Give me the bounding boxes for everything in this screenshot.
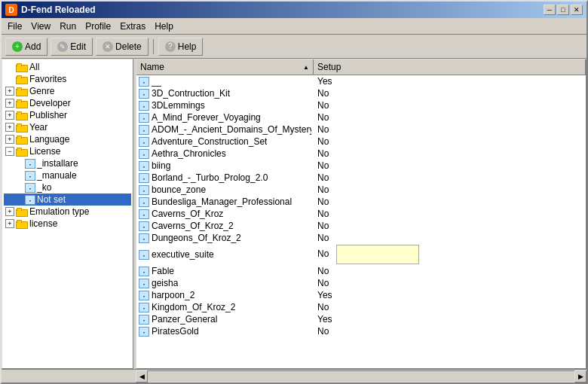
list-row[interactable]: ▪Dungeons_Of_Kroz_2No — [136, 232, 586, 244]
delete-label: Delete — [115, 41, 142, 52]
close-button[interactable]: ✕ — [571, 5, 583, 15]
tree-item-favorites[interactable]: Favorites — [4, 73, 131, 85]
row-name-text: executive_suite — [152, 249, 214, 260]
list-row-name: ▪Fable — [136, 266, 314, 276]
list-row-name: ▪__ — [136, 76, 314, 87]
list-panel: Name ▲ Setup ▪__Yes▪3D_Contruction_KitNo… — [136, 59, 586, 369]
title-bar: D D-Fend Reloaded ─ □ ✕ — [2, 2, 586, 18]
delete-button[interactable]: ✕ Delete — [96, 38, 149, 56]
list-row[interactable]: ▪geishaNo — [136, 277, 586, 289]
list-row[interactable]: ▪harpoon_2Yes — [136, 289, 586, 301]
expander-emulationtype[interactable]: + — [5, 207, 14, 216]
list-row[interactable]: ▪__Yes — [136, 75, 586, 87]
list-row[interactable]: ▪bounce_zoneNo — [136, 184, 586, 196]
expander-license2[interactable]: + — [5, 219, 14, 228]
expander-year[interactable]: + — [5, 123, 14, 132]
menu-extras[interactable]: Extras — [115, 20, 150, 33]
list-row[interactable]: ▪Bundesliga_Manager_ProfessionalNo — [136, 196, 586, 208]
list-row-setup: No — [314, 266, 586, 276]
app-icon: D — [5, 4, 17, 16]
expander-genre[interactable]: + — [5, 87, 14, 96]
file-icon: ▪ — [139, 209, 149, 219]
list-row-setup: No — [314, 197, 586, 207]
col-header-name[interactable]: Name ▲ — [136, 59, 314, 75]
list-row[interactable]: ▪Aethra_ChroniclesNo — [136, 148, 586, 160]
tree-item-publisher[interactable]: + Publisher — [4, 109, 131, 121]
row-name-text: PiratesGold — [152, 326, 199, 337]
row-name-text: bounce_zone — [152, 184, 206, 195]
tree-item-all[interactable]: All — [4, 61, 131, 73]
tree-item-developer[interactable]: + Developer — [4, 97, 131, 109]
list-row[interactable]: ▪3D_Contruction_KitNo — [136, 87, 586, 99]
list-row[interactable]: ▪A_Mind_Forever_VoyagingNo — [136, 111, 586, 123]
list-row-name: ▪Caverns_Of_Kroz — [136, 209, 314, 219]
list-row[interactable]: ▪Caverns_Of_Kroz_2No — [136, 220, 586, 232]
minimize-button[interactable]: ─ — [544, 5, 556, 15]
row-name-text: 3D_Contruction_Kit — [152, 88, 230, 99]
file-icon: ▪ — [139, 250, 149, 260]
edit-label: Edit — [70, 41, 86, 52]
row-name-text: biing — [152, 160, 170, 171]
list-row-name: ▪bounce_zone — [136, 184, 314, 195]
expander-developer[interactable]: + — [5, 99, 14, 108]
list-row[interactable]: ▪biingNo — [136, 160, 586, 172]
list-row-setup: No — [314, 302, 586, 312]
menu-file[interactable]: File — [3, 20, 26, 33]
file-icon: ▪ — [139, 197, 149, 207]
list-row-name: ▪Caverns_Of_Kroz_2 — [136, 221, 314, 231]
list-row[interactable]: ▪Caverns_Of_KrozNo — [136, 208, 586, 220]
help-button[interactable]: ? Help — [158, 38, 204, 56]
maximize-button[interactable]: □ — [557, 5, 569, 15]
edit-button[interactable]: ✎ Edit — [51, 38, 93, 56]
row-name-text: Aethra_Chronicles — [152, 148, 226, 159]
list-row[interactable]: ▪Kingdom_Of_Kroz_2No — [136, 301, 586, 313]
menu-run[interactable]: Run — [55, 20, 81, 33]
expander-language[interactable]: + — [5, 135, 14, 144]
tree-item-year[interactable]: + Year — [4, 121, 131, 133]
tree-label-language: Language — [29, 134, 69, 145]
list-row[interactable]: ▪Borland_-_Turbo_Prolog_2.0No — [136, 172, 586, 184]
list-row-name: ▪geisha — [136, 278, 314, 288]
tree-item-installare[interactable]: ▪ _installare — [4, 157, 131, 169]
list-row[interactable]: ▪PiratesGoldNo — [136, 325, 586, 337]
row-name-text: ADOM_-_Ancient_Domains_Of_Mystery — [152, 124, 311, 135]
folder-developer-icon — [16, 99, 28, 108]
add-label: Add — [25, 41, 41, 52]
file-icon: ▪ — [139, 221, 149, 231]
expander-license[interactable]: − — [5, 147, 14, 156]
list-row[interactable]: ▪FableNo — [136, 265, 586, 277]
col-header-setup[interactable]: Setup — [314, 59, 586, 75]
delete-icon: ✕ — [103, 41, 113, 52]
list-row[interactable]: ▪executive_suiteNo — [136, 244, 586, 265]
tree-item-manuale[interactable]: ▪ _manuale — [4, 169, 131, 181]
list-row[interactable]: ▪ADOM_-_Ancient_Domains_Of_MysteryNo — [136, 123, 586, 136]
tree-item-notset[interactable]: ▪ Not set — [4, 194, 131, 206]
tree-item-emulationtype[interactable]: + Emulation type — [4, 206, 131, 218]
tree-item-license2[interactable]: + license — [4, 218, 131, 230]
list-row[interactable]: ▪Adventure_Construction_SetNo — [136, 136, 586, 148]
row-name-text: Fable — [152, 266, 174, 276]
tree-item-language[interactable]: + Language — [4, 133, 131, 145]
tree-item-license[interactable]: − License — [4, 145, 131, 157]
row-name-text: Bundesliga_Manager_Professional — [152, 197, 292, 207]
tree-item-genre[interactable]: + Genre — [4, 85, 131, 97]
tree-label-manuale: _manuale — [37, 170, 77, 181]
menu-view[interactable]: View — [26, 20, 55, 33]
expander-publisher[interactable]: + — [5, 111, 14, 120]
scroll-left-button[interactable]: ◀ — [136, 370, 148, 382]
list-row[interactable]: ▪3DLemmingsNo — [136, 99, 586, 111]
list-row-setup: No — [314, 209, 586, 219]
list-row-name: ▪PiratesGold — [136, 326, 314, 337]
menu-help[interactable]: Help — [150, 20, 178, 33]
list-row[interactable]: ▪Panzer_GeneralYes — [136, 313, 586, 325]
toolbar-separator — [153, 39, 154, 54]
tree-item-ko[interactable]: ▪ _ko — [4, 181, 131, 194]
menu-profile[interactable]: Profile — [81, 20, 115, 33]
list-row-setup: No — [314, 326, 586, 337]
scroll-track[interactable] — [148, 370, 574, 382]
menu-bar: File View Run Profile Extras Help — [2, 18, 586, 35]
scroll-right-button[interactable]: ▶ — [574, 370, 586, 382]
list-body[interactable]: ▪__Yes▪3D_Contruction_KitNo▪3DLemmingsNo… — [136, 75, 586, 368]
list-row-name: ▪Bundesliga_Manager_Professional — [136, 197, 314, 207]
add-button[interactable]: + Add — [5, 38, 47, 56]
